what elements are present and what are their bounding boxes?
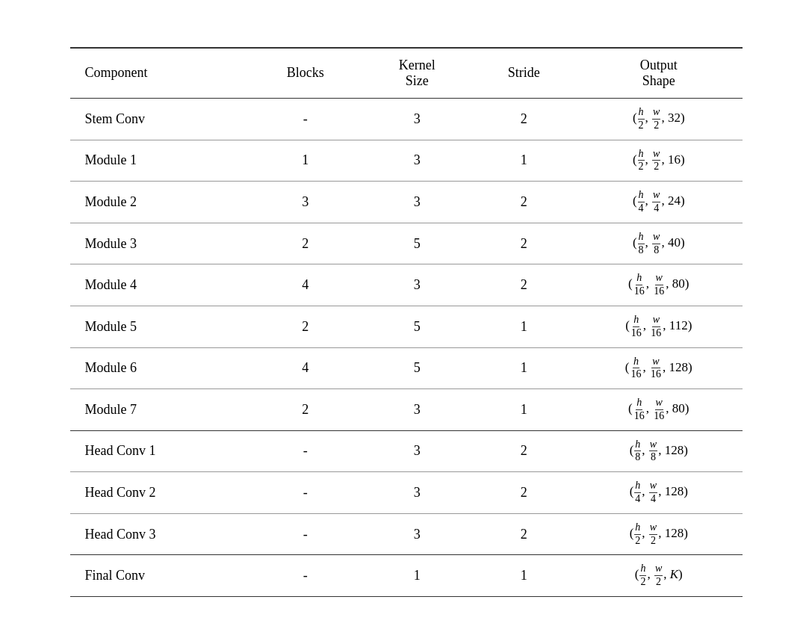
cell-output: (h8, w8, 40) bbox=[575, 223, 742, 264]
cell-stride: 2 bbox=[473, 513, 576, 555]
cell-component: Module 6 bbox=[70, 347, 250, 389]
header-blocks: Blocks bbox=[250, 48, 362, 99]
cell-stride: 1 bbox=[473, 306, 576, 347]
cell-output: (h2, w2, K) bbox=[575, 555, 742, 597]
cell-component: Head Conv 3 bbox=[70, 513, 250, 555]
header-stride: Stride bbox=[473, 48, 576, 99]
table-row: Head Conv 1 - 3 2 (h8, w8, 128) bbox=[70, 430, 743, 472]
table-row: Head Conv 2 - 3 2 (h4, w4, 128) bbox=[70, 472, 743, 514]
cell-blocks: 2 bbox=[250, 223, 362, 264]
cell-stride: 1 bbox=[473, 140, 576, 182]
cell-kernel: 1 bbox=[362, 555, 472, 597]
cell-output: (h16, w16, 112) bbox=[575, 306, 742, 347]
cell-component: Stem Conv bbox=[70, 98, 250, 140]
cell-output: (h16, w16, 80) bbox=[575, 264, 742, 306]
header-component: Component bbox=[70, 48, 250, 99]
cell-component: Module 2 bbox=[70, 182, 250, 223]
cell-kernel: 5 bbox=[362, 223, 472, 264]
cell-component: Module 7 bbox=[70, 389, 250, 431]
table-row: Module 3 2 5 2 (h8, w8, 40) bbox=[70, 223, 743, 264]
table-row: Module 1 1 3 1 (h2, w2, 16) bbox=[70, 140, 743, 182]
cell-component: Module 4 bbox=[70, 264, 250, 306]
cell-kernel: 5 bbox=[362, 306, 472, 347]
cell-stride: 1 bbox=[473, 347, 576, 389]
cell-kernel: 5 bbox=[362, 347, 472, 389]
cell-blocks: 4 bbox=[250, 347, 362, 389]
cell-stride: 2 bbox=[473, 430, 576, 472]
cell-stride: 1 bbox=[473, 389, 576, 431]
cell-output: (h2, w2, 128) bbox=[575, 513, 742, 555]
header-kernel: KernelSize bbox=[362, 48, 472, 99]
table-row: Module 6 4 5 1 (h16, w16, 128) bbox=[70, 347, 743, 389]
table-row: Module 7 2 3 1 (h16, w16, 80) bbox=[70, 389, 743, 431]
table-row: Stem Conv - 3 2 (h2, w2, 32) bbox=[70, 98, 743, 140]
cell-component: Module 3 bbox=[70, 223, 250, 264]
cell-component: Module 5 bbox=[70, 306, 250, 347]
cell-blocks: - bbox=[250, 472, 362, 514]
cell-kernel: 3 bbox=[362, 264, 472, 306]
cell-stride: 2 bbox=[473, 182, 576, 223]
cell-kernel: 3 bbox=[362, 430, 472, 472]
cell-blocks: 1 bbox=[250, 140, 362, 182]
cell-blocks: - bbox=[250, 555, 362, 597]
table-row: Final Conv - 1 1 (h2, w2, K) bbox=[70, 555, 743, 597]
cell-output: (h2, w2, 32) bbox=[575, 98, 742, 140]
cell-kernel: 3 bbox=[362, 98, 472, 140]
cell-output: (h4, w4, 128) bbox=[575, 472, 742, 514]
table-row: Module 2 3 3 2 (h4, w4, 24) bbox=[70, 182, 743, 223]
table-row: Module 5 2 5 1 (h16, w16, 112) bbox=[70, 306, 743, 347]
cell-component: Final Conv bbox=[70, 555, 250, 597]
cell-output: (h4, w4, 24) bbox=[575, 182, 742, 223]
cell-kernel: 3 bbox=[362, 513, 472, 555]
cell-component: Head Conv 2 bbox=[70, 472, 250, 514]
cell-component: Module 1 bbox=[70, 140, 250, 182]
cell-component: Head Conv 1 bbox=[70, 430, 250, 472]
cell-blocks: - bbox=[250, 513, 362, 555]
cell-blocks: - bbox=[250, 98, 362, 140]
cell-kernel: 3 bbox=[362, 140, 472, 182]
cell-output: (h16, w16, 80) bbox=[575, 389, 742, 431]
cell-output: (h2, w2, 16) bbox=[575, 140, 742, 182]
cell-blocks: 4 bbox=[250, 264, 362, 306]
cell-kernel: 3 bbox=[362, 389, 472, 431]
cell-blocks: - bbox=[250, 430, 362, 472]
cell-stride: 2 bbox=[473, 98, 576, 140]
cell-stride: 2 bbox=[473, 264, 576, 306]
cell-blocks: 2 bbox=[250, 389, 362, 431]
architecture-table: Component Blocks KernelSize Stride Outpu… bbox=[70, 47, 743, 597]
table-container: Component Blocks KernelSize Stride Outpu… bbox=[70, 47, 743, 597]
cell-stride: 2 bbox=[473, 223, 576, 264]
table-row: Module 4 4 3 2 (h16, w16, 80) bbox=[70, 264, 743, 306]
table-row: Head Conv 3 - 3 2 (h2, w2, 128) bbox=[70, 513, 743, 555]
cell-blocks: 2 bbox=[250, 306, 362, 347]
cell-stride: 1 bbox=[473, 555, 576, 597]
cell-output: (h8, w8, 128) bbox=[575, 430, 742, 472]
cell-kernel: 3 bbox=[362, 472, 472, 514]
header-output: OutputShape bbox=[575, 48, 742, 99]
cell-stride: 2 bbox=[473, 472, 576, 514]
cell-output: (h16, w16, 128) bbox=[575, 347, 742, 389]
cell-kernel: 3 bbox=[362, 182, 472, 223]
cell-blocks: 3 bbox=[250, 182, 362, 223]
